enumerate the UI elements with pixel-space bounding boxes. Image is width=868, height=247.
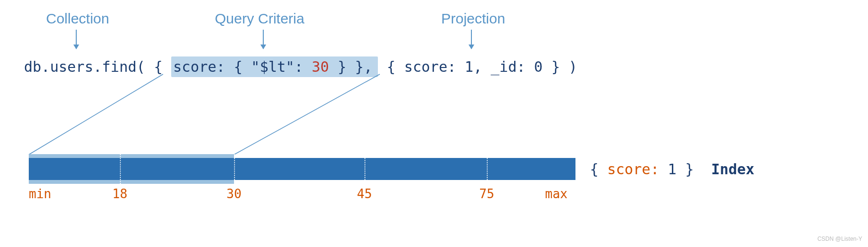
arrow-down-icon (76, 30, 77, 49)
brace-open: { (590, 161, 607, 178)
code-projection: { score: 1, _id: 0 } ) (378, 58, 577, 75)
labels-row: Collection Query Criteria Projection (0, 11, 868, 30)
index-legend: { score: 1 } Index (590, 161, 754, 178)
index-field: score: (607, 161, 659, 178)
code-highlight: score: { "$lt": 30 } }, (171, 56, 378, 77)
index-word: Index (711, 161, 754, 178)
arrow-down-icon (471, 30, 472, 49)
axis-18: 18 (112, 187, 127, 201)
code-highlight-pre: score: { "$lt": (173, 58, 312, 75)
brace-close: } (677, 161, 694, 178)
index-bar-highlight-inner (29, 158, 234, 180)
label-query-criteria: Query Criteria (215, 11, 305, 27)
tick-line (234, 154, 235, 184)
index-bar (29, 158, 575, 180)
axis-min: min (29, 187, 51, 201)
guide-lines (0, 0, 868, 247)
code-highlight-post: } }, (329, 58, 372, 75)
axis-max: max (545, 187, 568, 201)
tick-line (364, 154, 365, 184)
axis-45: 45 (357, 187, 372, 201)
index-value: 1 (659, 161, 677, 178)
code-prefix: db.users.find( { (24, 58, 171, 75)
watermark: CSDN @Listen-Y (817, 236, 862, 242)
svg-line-1 (234, 74, 380, 155)
svg-line-0 (29, 74, 163, 155)
label-projection: Projection (441, 11, 505, 27)
arrow-down-icon (263, 30, 264, 49)
tick-line (487, 154, 488, 184)
axis-75: 75 (479, 187, 494, 201)
query-code: db.users.find( { score: { "$lt": 30 } },… (24, 56, 577, 77)
label-collection: Collection (46, 11, 109, 27)
tick-line (120, 154, 121, 184)
code-highlight-num: 30 (312, 58, 329, 75)
axis-30: 30 (226, 187, 241, 201)
